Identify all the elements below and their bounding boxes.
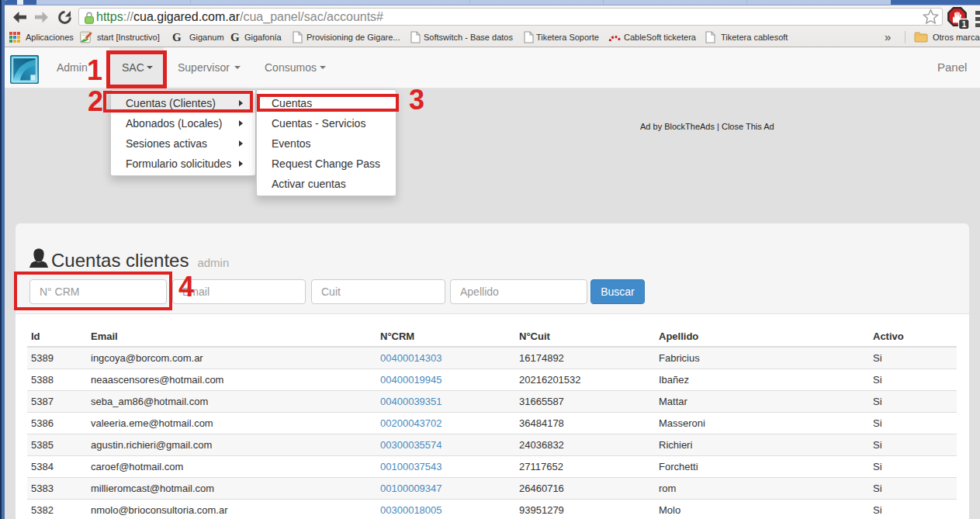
svg-text:1: 1 [961, 19, 966, 29]
